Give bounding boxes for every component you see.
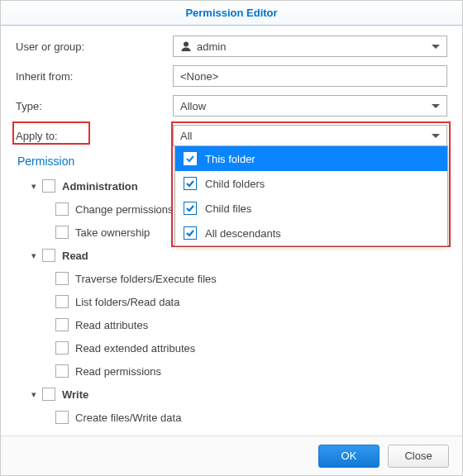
- checkbox[interactable]: [55, 364, 69, 378]
- perm-label: Read attributes: [75, 319, 148, 331]
- checkbox[interactable]: [55, 341, 69, 355]
- check-icon: [184, 226, 197, 240]
- field-inherit[interactable]: <None>: [173, 65, 447, 87]
- checkbox-write[interactable]: [42, 388, 55, 401]
- checkbox[interactable]: [55, 318, 69, 331]
- group-label: Read: [62, 250, 88, 262]
- dropdown-item-label: This folder: [205, 153, 255, 165]
- permission-editor-dialog: Permission Editor User or group: admin I…: [0, 0, 463, 476]
- checkbox[interactable]: [55, 202, 69, 216]
- collapse-icon[interactable]: ▾: [29, 181, 39, 192]
- perm-item: Read attributes: [16, 313, 447, 336]
- row-type: Type: Allow: [16, 95, 447, 117]
- perm-item: Create files/Write data: [16, 406, 447, 429]
- perm-label: Create files/Write data: [75, 412, 181, 424]
- field-type[interactable]: Allow: [173, 95, 447, 117]
- checkbox[interactable]: [55, 411, 69, 424]
- checkbox[interactable]: [55, 226, 69, 239]
- checkbox-read[interactable]: [42, 249, 55, 262]
- perm-label: Read extended attributes: [75, 342, 195, 355]
- group-label: Write: [62, 388, 88, 401]
- dropdown-item-this-folder[interactable]: This folder: [175, 146, 447, 171]
- row-apply: Apply to: All: [16, 125, 447, 146]
- perm-item: Read extended attributes: [16, 336, 447, 359]
- dialog-footer: OK Close: [1, 436, 462, 475]
- label-apply: Apply to:: [16, 130, 173, 142]
- perm-item: Traverse folders/Execute files: [16, 267, 447, 290]
- field-user[interactable]: admin: [173, 36, 447, 57]
- perm-label: Read permissions: [75, 365, 161, 378]
- group-read: ▾ Read: [16, 244, 447, 267]
- value-type: Allow: [180, 100, 206, 112]
- group-write: ▾ Write: [16, 383, 447, 406]
- check-icon: [184, 177, 197, 190]
- perm-item: Read permissions: [16, 359, 447, 383]
- perm-label: List folders/Read data: [75, 296, 179, 308]
- collapse-icon[interactable]: ▾: [29, 389, 39, 400]
- label-type: Type:: [16, 100, 173, 112]
- checkbox[interactable]: [55, 295, 69, 308]
- svg-point-0: [184, 42, 189, 47]
- perm-label: Change permissions: [75, 203, 174, 216]
- check-icon: [184, 202, 197, 215]
- row-inherit: Inherit from: <None>: [16, 65, 447, 87]
- group-label: Administration: [62, 180, 138, 193]
- ok-button[interactable]: OK: [318, 445, 379, 468]
- value-user: admin: [197, 40, 226, 53]
- value-inherit: <None>: [180, 70, 218, 83]
- checkbox[interactable]: [55, 272, 69, 285]
- apply-to-dropdown: This folder Child folders Child files Al…: [174, 145, 448, 246]
- label-inherit: Inherit from:: [16, 70, 173, 83]
- dialog-title: Permission Editor: [185, 7, 277, 19]
- check-icon: [184, 152, 197, 165]
- field-apply[interactable]: All: [173, 125, 447, 146]
- user-icon: [180, 40, 192, 52]
- dropdown-item-label: All descendants: [205, 227, 281, 240]
- value-apply: All: [180, 130, 192, 142]
- perm-label: Traverse folders/Execute files: [75, 273, 217, 285]
- titlebar: Permission Editor: [1, 1, 462, 26]
- collapse-icon[interactable]: ▾: [29, 250, 39, 261]
- dropdown-item-label: Child folders: [205, 178, 265, 190]
- perm-item: List folders/Read data: [16, 290, 447, 313]
- dropdown-item-all-descendants[interactable]: All descendants: [175, 221, 447, 245]
- dropdown-item-child-folders[interactable]: Child folders: [175, 171, 447, 196]
- checkbox-administration[interactable]: [42, 179, 55, 193]
- close-button[interactable]: Close: [388, 445, 449, 468]
- dropdown-item-child-files[interactable]: Child files: [175, 196, 447, 221]
- row-user: User or group: admin: [16, 36, 447, 57]
- label-user: User or group:: [16, 40, 173, 53]
- dropdown-item-label: Child files: [205, 202, 251, 215]
- perm-label: Take ownership: [75, 226, 150, 239]
